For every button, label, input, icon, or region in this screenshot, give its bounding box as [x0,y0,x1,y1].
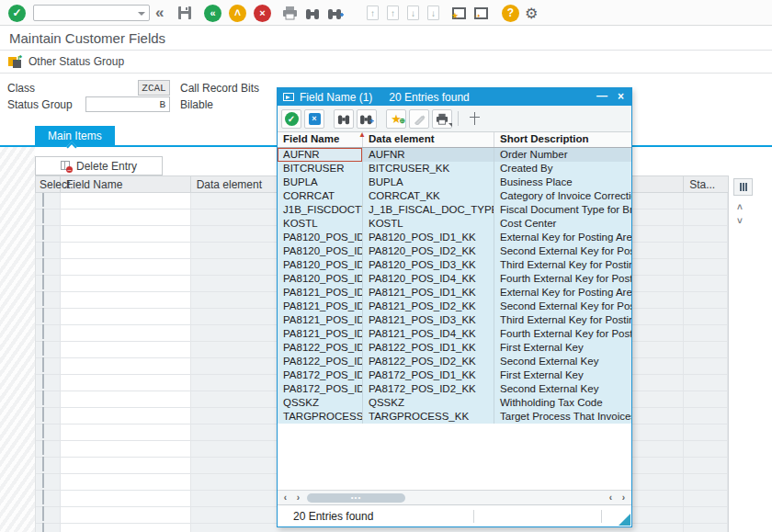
data-element-cell[interactable]: PA8122_POS_ID1_KK [363,341,494,355]
short-description-cell[interactable]: Second External Key [494,382,631,396]
field-name-cell[interactable]: PA8120_POS_ID3 [278,258,363,272]
empty-cell[interactable] [61,292,191,309]
scroll-left-arrow-right-group[interactable]: ‹ [605,492,617,504]
field-name-cell[interactable]: TARGPROCESS [278,410,363,424]
minimize-button[interactable]: — [596,89,607,102]
data-element-cell[interactable]: PA8120_POS_ID2_KK [363,244,494,258]
field-name-cell[interactable]: PA8172_POS_ID2 [278,382,363,396]
header-short-description[interactable]: Short Description [494,132,631,147]
row-checkbox[interactable] [42,275,44,289]
field-name-cell[interactable]: PA8120_POS_ID4 [278,272,363,286]
data-element-cell[interactable]: PA8121_POS_ID1_KK [363,286,494,300]
row-checkbox[interactable] [42,424,44,438]
scrollbar-thumb[interactable]: ••• [307,493,405,503]
data-element-cell[interactable]: PA8120_POS_ID3_KK [363,258,494,272]
short-description-cell[interactable]: Order Number [494,148,631,162]
empty-cell[interactable] [61,491,191,507]
display-change-button[interactable] [409,109,429,129]
enter-button[interactable]: ✓ [8,4,26,22]
value-row[interactable]: QSSKZQSSKZWithholding Tax Code [278,396,631,410]
short-description-cell[interactable]: First External Key [494,368,631,382]
field-name-cell[interactable]: PA8122_POS_ID1 [278,341,363,355]
column-header-field-name[interactable]: Field Name [61,176,191,192]
field-name-cell[interactable]: PA8121_POS_ID3 [278,313,363,327]
value-row[interactable]: J1B_FISCDOCTYPEJ_1B_FISCAL_DOC_TYPE_KKFi… [278,203,631,217]
find-next-button[interactable] [327,4,344,22]
short-description-cell[interactable]: Business Place [494,175,631,189]
command-field[interactable] [33,5,150,21]
value-row[interactable]: PA8172_POS_ID1PA8172_POS_ID1_KKFirst Ext… [278,368,631,382]
scroll-up-chevron[interactable]: ˄ [737,202,743,212]
data-element-cell[interactable]: BUPLA [363,175,494,189]
empty-cell[interactable] [61,358,191,375]
value-row[interactable]: PA8120_POS_ID2PA8120_POS_ID2_KKSecond Ex… [278,244,631,258]
empty-cell[interactable] [61,325,191,342]
dialog-title-bar[interactable]: Field Name (1) 20 Entries found — × [278,88,631,106]
value-row[interactable]: BITCRUSERBITCRUSER_KKCreated By [278,162,631,175]
data-element-cell[interactable]: TARGPROCESS_KK [363,410,494,424]
row-checkbox[interactable] [42,506,44,521]
row-checkbox[interactable] [42,357,44,372]
class-field[interactable]: ZCAL [138,80,170,96]
last-page-button[interactable]: ↓ [427,4,439,22]
find-next-in-list-button[interactable] [357,109,377,129]
empty-cell[interactable] [61,259,191,276]
empty-cell[interactable] [61,507,191,524]
value-row[interactable]: BUPLABUPLABusiness Place [278,175,631,189]
empty-cell[interactable] [61,226,191,243]
field-name-cell[interactable]: PA8120_POS_ID1 [278,231,363,244]
row-checkbox[interactable] [42,391,44,405]
copy-button[interactable]: ✓ [281,109,301,129]
tab-main-items[interactable]: Main Items [35,126,115,145]
customize-button[interactable]: ⚙ [525,4,538,22]
hold-list-button[interactable] [464,109,484,129]
short-description-cell[interactable]: Target Process That Invoices th [494,410,631,424]
data-element-cell[interactable]: CORRCAT_KK [363,189,494,203]
data-element-cell[interactable]: KOSTL [363,217,494,231]
empty-cell[interactable] [61,424,191,441]
row-checkbox[interactable] [42,225,44,240]
short-description-cell[interactable]: Fiscal Document Type for Brazil [494,203,631,217]
empty-cell[interactable] [61,408,191,424]
field-name-cell[interactable]: KOSTL [278,217,363,231]
find-in-list-button[interactable] [334,109,354,129]
resize-grip[interactable] [619,514,630,526]
row-checkbox[interactable] [42,209,44,223]
scroll-left-arrow[interactable]: ‹ [279,492,291,504]
value-row[interactable]: PA8172_POS_ID2PA8172_POS_ID2_KKSecond Ex… [278,382,631,396]
data-element-cell[interactable]: J_1B_FISCAL_DOC_TYPE_KK [363,203,494,217]
cancel-dialog-button[interactable]: × [304,109,324,129]
value-row[interactable]: PA8120_POS_ID4PA8120_POS_ID4_KKFourth Ex… [278,272,631,286]
new-session-button[interactable]: ★ [452,4,466,22]
page-down-button[interactable]: ↓ [407,4,419,22]
row-checkbox[interactable] [42,308,44,323]
row-checkbox[interactable] [42,258,44,273]
scroll-down-chevron[interactable]: ˅ [737,216,743,226]
short-description-cell[interactable]: Cost Center [494,217,631,231]
print-list-button[interactable] [432,109,452,129]
field-name-cell[interactable]: PA8120_POS_ID2 [278,244,363,258]
value-row[interactable]: PA8121_POS_ID1PA8121_POS_ID1_KKExternal … [278,286,631,300]
save-button[interactable] [177,4,192,22]
data-element-cell[interactable]: PA8172_POS_ID2_KK [363,382,494,396]
column-header-status[interactable]: Sta... [684,176,728,192]
scroll-right-arrow[interactable]: › [292,492,304,504]
empty-cell[interactable] [61,209,191,226]
close-button[interactable]: × [618,90,624,103]
empty-cell[interactable] [61,524,191,532]
other-status-group-button[interactable]: Other Status Group [28,55,124,68]
value-row[interactable]: CORRCATCORRCAT_KKCategory of Invoice Cor… [278,189,631,203]
row-checkbox[interactable] [42,473,44,488]
value-row[interactable]: PA8121_POS_ID2PA8121_POS_ID2_KKSecond Ex… [278,300,631,313]
value-row[interactable]: PA8122_POS_ID1PA8122_POS_ID1_KKFirst Ext… [278,341,631,355]
header-field-name[interactable]: Field Name▲ [278,132,363,147]
row-checkbox[interactable] [42,324,44,339]
short-description-cell[interactable]: Third External Key for Posting Ar [494,313,631,327]
field-name-cell[interactable]: PA8121_POS_ID1 [278,286,363,300]
value-row[interactable]: PA8122_POS_ID2PA8122_POS_ID2_KKSecond Ex… [278,355,631,368]
short-description-cell[interactable]: Fourth External Key for Posting A [494,327,631,341]
help-button[interactable]: ? [502,4,519,22]
empty-cell[interactable] [61,458,191,474]
row-checkbox[interactable] [42,291,44,306]
create-shortcut-button[interactable]: ➝ [474,4,488,22]
